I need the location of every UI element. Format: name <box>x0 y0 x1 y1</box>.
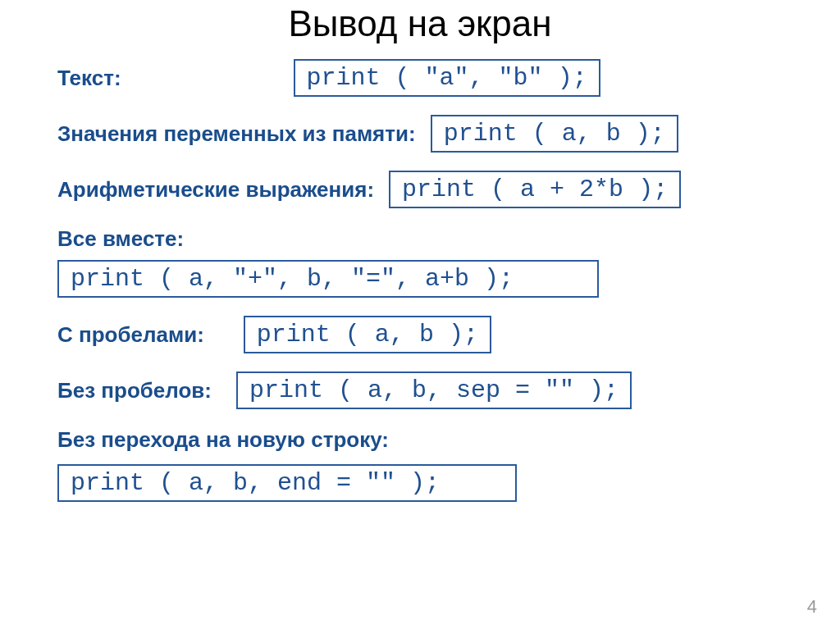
label-nonewline: Без перехода на новую строку: <box>57 427 791 453</box>
label-all: Все вместе: <box>57 226 791 252</box>
row-withspaces: С пробелами: print ( a, b ); <box>57 316 791 353</box>
row-expr: Арифметические выражения: print ( a + 2*… <box>57 171 791 208</box>
row-nonewline: Без перехода на новую строку: print ( a,… <box>57 427 791 502</box>
slide-content: Текст: print ( "a", "b" ); Значения пере… <box>0 59 840 502</box>
label-withspaces: С пробелами: <box>57 322 204 348</box>
code-text: print ( "a", "b" ); <box>294 59 600 97</box>
label-expr: Арифметические выражения: <box>57 177 374 203</box>
row-vars: Значения переменных из памяти: print ( a… <box>57 115 791 153</box>
row-text: Текст: print ( "a", "b" ); <box>57 59 791 97</box>
row-nospaces: Без пробелов: print ( a, b, sep = "" ); <box>57 371 791 409</box>
label-vars: Значения переменных из памяти: <box>57 121 416 147</box>
page-number: 4 <box>807 596 817 618</box>
label-nospaces: Без пробелов: <box>57 378 212 403</box>
label-text: Текст: <box>57 66 121 91</box>
code-withspaces: print ( a, b ); <box>244 316 491 353</box>
code-nospaces: print ( a, b, sep = "" ); <box>236 371 632 409</box>
code-all: print ( a, "+", b, "=", a+b ); <box>57 260 599 298</box>
row-all: Все вместе: print ( a, "+", b, "=", a+b … <box>57 226 791 298</box>
code-expr: print ( a + 2*b ); <box>389 171 681 208</box>
code-nonewline: print ( a, b, end = "" ); <box>57 464 517 502</box>
code-vars: print ( a, b ); <box>431 115 678 153</box>
slide-title: Вывод на экран <box>0 3 840 44</box>
